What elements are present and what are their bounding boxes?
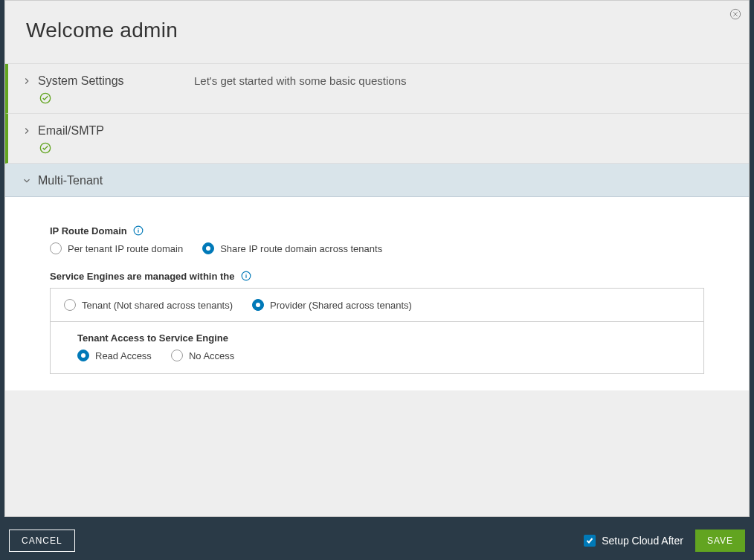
page-title: Welcome admin xyxy=(26,19,728,42)
radio-label: Provider (Shared across tenants) xyxy=(270,300,412,311)
chevron-right-icon xyxy=(22,76,32,86)
check-circle-icon xyxy=(39,92,51,104)
se-managed-group: Service Engines are managed within the T… xyxy=(50,269,704,374)
modal-footer: CANCEL Setup Cloud After SAVE xyxy=(4,521,750,560)
radio-icon xyxy=(171,350,183,361)
setup-cloud-checkbox[interactable]: Setup Cloud After xyxy=(584,535,683,547)
info-icon[interactable] xyxy=(241,271,251,281)
info-icon[interactable] xyxy=(133,225,144,236)
radio-icon xyxy=(50,242,62,254)
chevron-down-icon xyxy=(22,176,32,186)
radio-label: Tenant (Not shared across tenants) xyxy=(82,300,233,311)
radio-icon xyxy=(64,299,76,311)
radio-label: Per tenant IP route domain xyxy=(68,243,183,254)
ip-route-domain-group: IP Route Domain Per tenant IP route doma… xyxy=(50,224,704,254)
check-circle-icon xyxy=(39,142,51,154)
field-label: IP Route Domain xyxy=(50,225,127,236)
setup-wizard-modal: Welcome admin System Settings Let's get … xyxy=(4,0,750,517)
radio-per-tenant[interactable]: Per tenant IP route domain xyxy=(50,242,183,254)
radio-label: Read Access xyxy=(95,350,152,361)
field-label: Service Engines are managed within the xyxy=(50,271,235,282)
setup-cloud-label: Setup Cloud After xyxy=(602,535,683,547)
cancel-button[interactable]: CANCEL xyxy=(9,530,75,552)
panel-spacer xyxy=(5,390,749,480)
radio-icon xyxy=(252,299,264,311)
chevron-right-icon xyxy=(22,126,32,136)
section-label: Multi-Tenant xyxy=(38,174,194,187)
se-managed-box: Tenant (Not shared across tenants) Provi… xyxy=(50,288,704,374)
multi-tenant-panel: IP Route Domain Per tenant IP route doma… xyxy=(5,197,749,390)
tenant-access-group: Tenant Access to Service Engine Read Acc… xyxy=(51,322,703,373)
radio-label: No Access xyxy=(189,350,234,361)
section-label: Email/SMTP xyxy=(38,124,194,138)
field-label: Tenant Access to Service Engine xyxy=(77,332,690,344)
radio-tenant[interactable]: Tenant (Not shared across tenants) xyxy=(64,299,233,311)
radio-shared[interactable]: Share IP route domain across tenants xyxy=(202,242,382,254)
section-email-smtp[interactable]: Email/SMTP xyxy=(5,114,749,164)
radio-label: Share IP route domain across tenants xyxy=(220,243,382,254)
radio-provider[interactable]: Provider (Shared across tenants) xyxy=(252,299,412,311)
modal-header: Welcome admin xyxy=(5,1,749,64)
section-description: Let's get started with some basic questi… xyxy=(194,74,407,87)
radio-icon xyxy=(77,350,89,361)
section-system-settings[interactable]: System Settings Let's get started with s… xyxy=(5,64,749,114)
checkbox-checked-icon xyxy=(584,535,596,547)
radio-icon xyxy=(202,242,214,254)
save-button[interactable]: SAVE xyxy=(695,530,745,552)
close-icon[interactable] xyxy=(729,8,741,20)
section-multi-tenant[interactable]: Multi-Tenant xyxy=(5,164,749,197)
radio-read-access[interactable]: Read Access xyxy=(77,350,152,361)
radio-no-access[interactable]: No Access xyxy=(171,350,234,361)
section-label: System Settings xyxy=(38,74,194,88)
